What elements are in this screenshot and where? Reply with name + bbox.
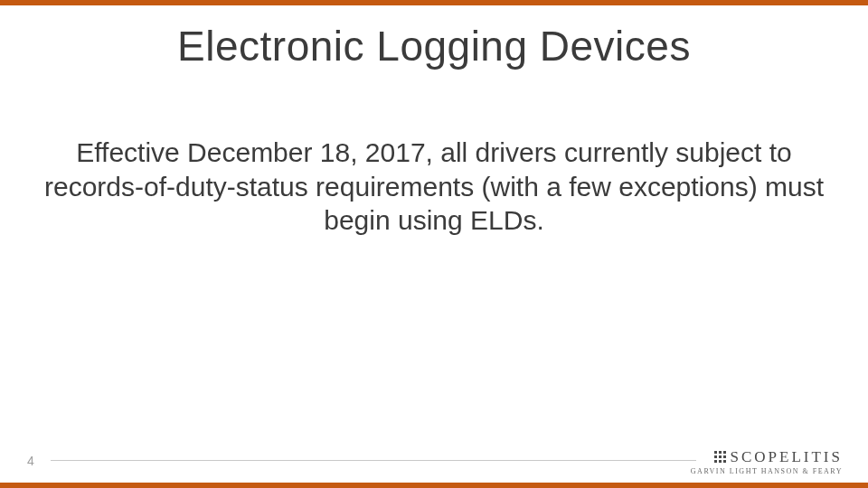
svg-rect-7 bbox=[719, 460, 722, 463]
footer-divider bbox=[51, 460, 696, 461]
bottom-accent-bar bbox=[0, 483, 868, 488]
brand-tagline: GARVIN LIGHT HANSON & FEARY bbox=[691, 467, 843, 475]
svg-rect-1 bbox=[719, 451, 722, 454]
svg-rect-4 bbox=[719, 455, 722, 458]
brand-name-text: SCOPELITIS bbox=[731, 448, 843, 465]
slide-body-text: Effective December 18, 2017, all drivers… bbox=[34, 136, 834, 238]
brand-grid-icon bbox=[714, 450, 727, 463]
svg-rect-2 bbox=[723, 451, 726, 454]
svg-rect-5 bbox=[723, 455, 726, 458]
page-number: 4 bbox=[27, 454, 34, 468]
brand-name-row: SCOPELITIS bbox=[691, 448, 843, 466]
top-accent-bar bbox=[0, 0, 868, 5]
svg-rect-8 bbox=[723, 460, 726, 463]
svg-rect-6 bbox=[714, 460, 717, 463]
brand-logo: SCOPELITIS GARVIN LIGHT HANSON & FEARY bbox=[691, 448, 843, 475]
svg-rect-0 bbox=[714, 451, 717, 454]
svg-rect-3 bbox=[714, 455, 717, 458]
slide-title: Electronic Logging Devices bbox=[0, 22, 868, 70]
